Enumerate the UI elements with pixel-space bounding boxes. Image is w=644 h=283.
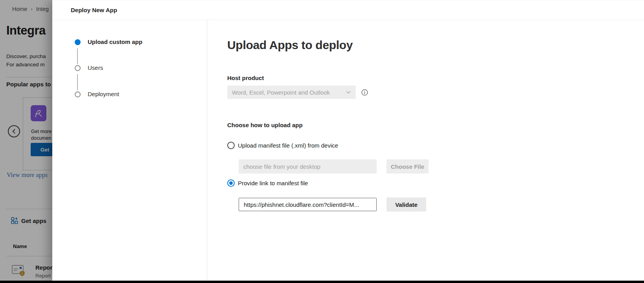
panel-header: Deploy New App: [52, 0, 644, 20]
choose-file-button: Choose File: [386, 159, 429, 173]
radio-selected-icon[interactable]: [227, 179, 235, 187]
step-connector: [77, 48, 78, 64]
provide-link-option[interactable]: Provide link to manifest file: [227, 179, 308, 187]
step-indicator-upload-custom-app: [75, 39, 81, 45]
manifest-file-row: Choose File: [239, 159, 429, 173]
validate-button[interactable]: Validate: [386, 197, 426, 212]
host-product-dropdown: Word, Excel, Powerpoint and Outlook: [227, 86, 356, 99]
provide-link-label: Provide link to manifest file: [238, 180, 308, 186]
panel-body: Upload custom app Users Deployment Uploa…: [52, 20, 644, 281]
deploy-new-app-panel: Deploy New App Upload custom app Users D…: [52, 0, 644, 281]
step-label-users: Users: [88, 64, 103, 71]
wizard-steps: Upload custom app Users Deployment: [52, 20, 207, 281]
manifest-file-input: [239, 159, 377, 173]
manifest-link-input[interactable]: [239, 198, 377, 211]
host-product-row: Word, Excel, Powerpoint and Outlook: [227, 86, 368, 99]
step-indicator-deployment: [75, 91, 81, 97]
chevron-down-icon: [346, 89, 351, 95]
manifest-link-row: Validate: [239, 197, 426, 212]
step-label-deployment: Deployment: [88, 91, 119, 97]
upload-manifest-option[interactable]: Upload manifest file (.xml) from device: [227, 142, 338, 149]
host-product-info-button[interactable]: [361, 89, 368, 96]
host-product-label: Host product: [227, 75, 264, 81]
content-heading: Upload Apps to deploy: [227, 38, 353, 52]
info-icon: [361, 89, 368, 96]
bottom-black-bar: [0, 281, 644, 283]
radio-unselected-icon[interactable]: [227, 142, 235, 149]
upload-manifest-label: Upload manifest file (.xml) from device: [238, 142, 338, 149]
panel-title: Deploy New App: [71, 7, 117, 13]
step-label-upload-custom-app: Upload custom app: [88, 38, 142, 45]
upload-apps-content: Upload Apps to deploy Host product Word,…: [207, 20, 644, 281]
choose-upload-heading: Choose how to upload app: [227, 122, 303, 128]
host-product-value: Word, Excel, Powerpoint and Outlook: [232, 89, 346, 96]
step-connector: [77, 74, 78, 90]
step-indicator-users: [75, 65, 81, 71]
